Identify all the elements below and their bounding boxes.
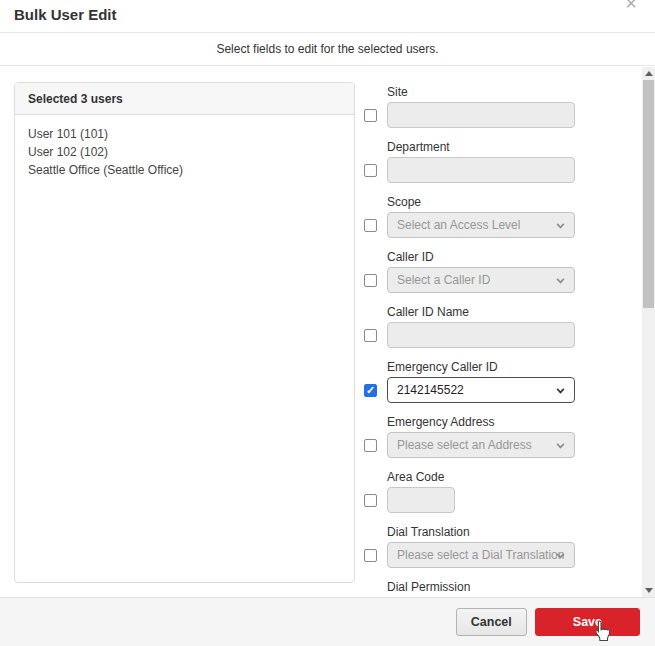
up-triangle-icon — [645, 71, 653, 76]
caller-id-name-checkbox[interactable] — [364, 329, 377, 342]
dialog-title: Bulk User Edit — [14, 6, 117, 23]
scrollbar-thumb[interactable] — [643, 80, 654, 308]
field-row-caller-id-name: Caller ID Name — [364, 305, 580, 348]
caller-id-checkbox[interactable] — [364, 274, 377, 287]
field-label: Area Code — [387, 470, 580, 485]
chevron-down-icon — [557, 221, 565, 229]
scope-select[interactable]: Select an Access Level — [387, 212, 575, 238]
dial-translation-checkbox[interactable] — [364, 549, 377, 562]
bulk-user-edit-dialog: Bulk User Edit × Select fields to edit f… — [0, 0, 655, 646]
field-row-caller-id: Caller ID Select a Caller ID — [364, 250, 580, 293]
field-row-site: Site — [364, 85, 580, 128]
scrollbar-up-arrow[interactable] — [642, 67, 655, 80]
field-label: Dial Permission — [387, 580, 580, 595]
dialog-subtitle: Select fields to edit for the selected u… — [0, 34, 655, 66]
department-input[interactable] — [387, 157, 575, 183]
selected-users-header: Selected 3 users — [15, 83, 354, 115]
field-label: Scope — [387, 195, 580, 210]
emergency-caller-id-checkbox[interactable] — [364, 384, 377, 397]
list-item: Seattle Office (Seattle Office) — [28, 161, 341, 179]
close-icon[interactable]: × — [625, 0, 637, 13]
select-value: Select an Access Level — [397, 218, 520, 232]
field-label: Department — [387, 140, 580, 155]
chevron-down-icon — [557, 276, 565, 284]
emergency-address-checkbox[interactable] — [364, 439, 377, 452]
site-input[interactable] — [387, 102, 575, 128]
list-item: User 102 (102) — [28, 143, 341, 161]
field-label: Caller ID Name — [387, 305, 580, 320]
field-label: Emergency Address — [387, 415, 580, 430]
edit-fields-column: Site Department Scope Select an Access L… — [364, 85, 580, 597]
field-label: Site — [387, 85, 580, 100]
area-code-checkbox[interactable] — [364, 494, 377, 507]
department-checkbox[interactable] — [364, 164, 377, 177]
select-value: Please select a Dial Translation — [397, 548, 564, 562]
dialog-footer: Cancel Save — [0, 597, 655, 646]
field-row-department: Department — [364, 140, 580, 183]
dialog-header: Bulk User Edit × — [0, 0, 655, 33]
scope-checkbox[interactable] — [364, 219, 377, 232]
select-value: Select a Caller ID — [397, 273, 490, 287]
selected-users-list: User 101 (101)User 102 (102)Seattle Offi… — [15, 115, 354, 189]
scrollbar-down-arrow[interactable] — [642, 584, 655, 597]
field-label: Dial Translation — [387, 525, 580, 540]
emergency-caller-id-select[interactable]: 2142145522 — [387, 377, 575, 403]
field-row-area-code: Area Code — [364, 470, 580, 513]
chevron-down-icon — [557, 441, 565, 449]
field-row-dial-translation: Dial Translation Please select a Dial Tr… — [364, 525, 580, 568]
caller-id-name-input[interactable] — [387, 322, 575, 348]
field-row-emergency-address: Emergency Address Please select an Addre… — [364, 415, 580, 458]
selected-users-panel: Selected 3 users User 101 (101)User 102 … — [14, 82, 355, 583]
select-value: 2142145522 — [397, 383, 464, 397]
emergency-address-select[interactable]: Please select an Address — [387, 432, 575, 458]
site-checkbox[interactable] — [364, 109, 377, 122]
caller-id-select[interactable]: Select a Caller ID — [387, 267, 575, 293]
field-row-dial-permission: Dial Permission — [364, 580, 580, 597]
vertical-scrollbar[interactable] — [642, 67, 655, 597]
area-code-input[interactable] — [387, 487, 455, 513]
list-item: User 101 (101) — [28, 125, 341, 143]
cancel-button[interactable]: Cancel — [456, 608, 527, 636]
select-value: Please select an Address — [397, 438, 532, 452]
dialog-body: Selected 3 users User 101 (101)User 102 … — [0, 67, 642, 597]
down-triangle-icon — [645, 588, 653, 593]
save-button[interactable]: Save — [535, 608, 640, 636]
chevron-down-icon — [557, 386, 565, 394]
field-row-emergency-caller-id: Emergency Caller ID 2142145522 — [364, 360, 580, 403]
field-label: Caller ID — [387, 250, 580, 265]
dial-translation-select[interactable]: Please select a Dial Translation — [387, 542, 575, 568]
field-label: Emergency Caller ID — [387, 360, 580, 375]
field-row-scope: Scope Select an Access Level — [364, 195, 580, 238]
